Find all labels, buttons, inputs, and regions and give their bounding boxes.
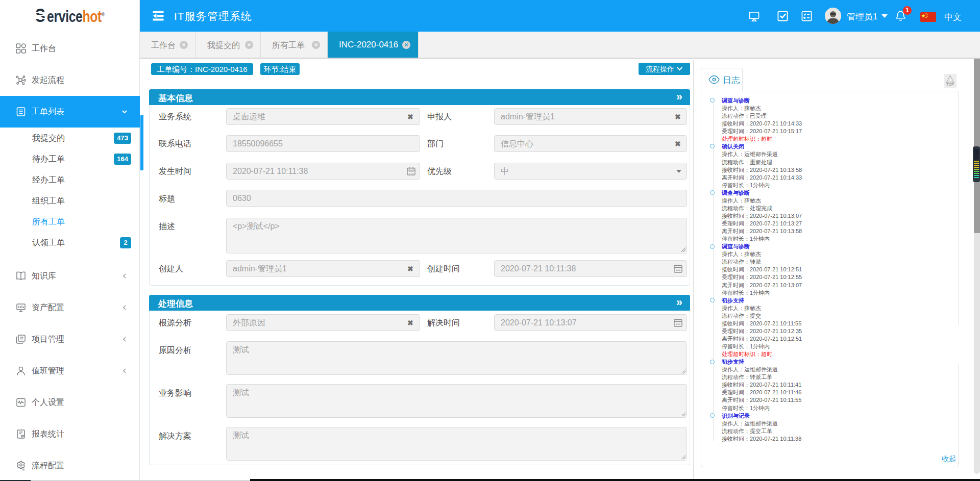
svg-text:S: S [35,8,45,24]
